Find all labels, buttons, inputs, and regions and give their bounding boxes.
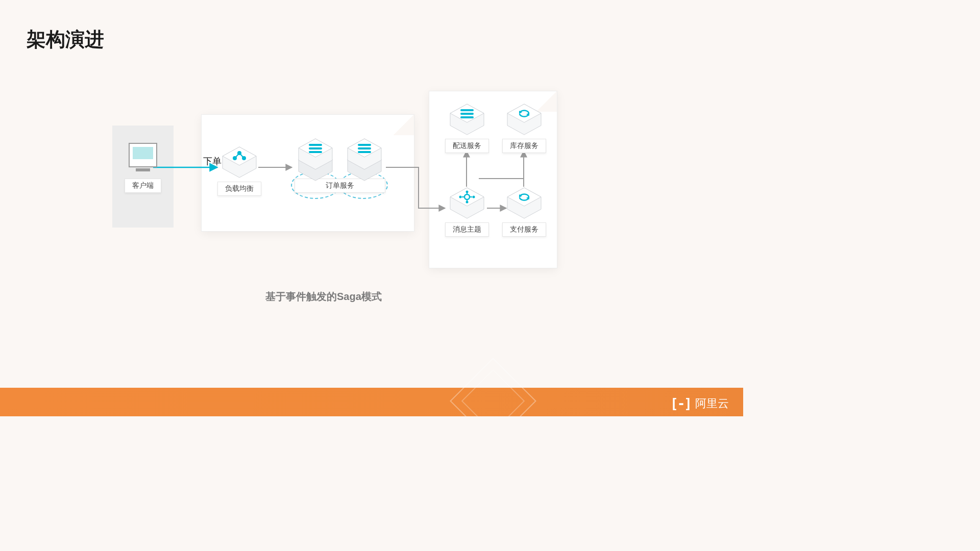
footer-decor-icon — [450, 358, 536, 416]
svg-rect-18 — [309, 151, 322, 153]
svg-rect-16 — [309, 144, 322, 146]
diagram-caption: 基于事件触发的Saga模式 — [265, 290, 382, 304]
svg-rect-24 — [358, 147, 371, 149]
server-icon — [448, 103, 486, 136]
svg-rect-17 — [309, 147, 322, 149]
svg-rect-30 — [460, 116, 474, 118]
node-order: 订单服务 — [293, 138, 387, 193]
svg-rect-23 — [358, 144, 371, 146]
server-icon — [297, 138, 334, 170]
footer-bar: [-] 阿里云 — [0, 388, 743, 416]
node-label: 负载均衡 — [217, 182, 261, 196]
svg-rect-28 — [460, 109, 474, 111]
svg-rect-29 — [460, 113, 474, 115]
brand-bracket-icon: [-] — [670, 396, 691, 411]
lb-icon — [220, 146, 258, 179]
node-topic: 消息主题 — [444, 187, 490, 237]
svg-rect-25 — [358, 151, 371, 153]
node-payment: 支付服务 — [501, 187, 547, 237]
node-delivery: 配送服务 — [444, 103, 490, 153]
svg-point-38 — [459, 196, 462, 198]
node-client: 客户端 — [124, 143, 162, 193]
svg-point-40 — [466, 191, 469, 193]
svg-point-41 — [466, 201, 469, 204]
brand-logo: [-] 阿里云 — [670, 396, 729, 411]
svg-point-39 — [473, 196, 475, 198]
node-inventory: 库存服务 — [501, 103, 547, 153]
node-lb: 负载均衡 — [217, 146, 261, 196]
architecture-diagram: 下单 客户端 负载均衡 — [112, 87, 561, 270]
node-label: 客户端 — [125, 179, 161, 193]
brand-text: 阿里云 — [695, 396, 729, 411]
node-label: 库存服务 — [502, 139, 546, 153]
slide-title: 架构演进 — [27, 27, 104, 53]
server-icon — [346, 138, 383, 170]
node-label: 支付服务 — [502, 222, 546, 237]
node-label: 消息主题 — [445, 222, 489, 237]
monitor-icon — [129, 143, 157, 167]
sync-icon — [505, 187, 543, 219]
sync-icon — [505, 103, 543, 136]
node-label: 配送服务 — [445, 139, 489, 153]
topic-icon — [448, 187, 486, 219]
